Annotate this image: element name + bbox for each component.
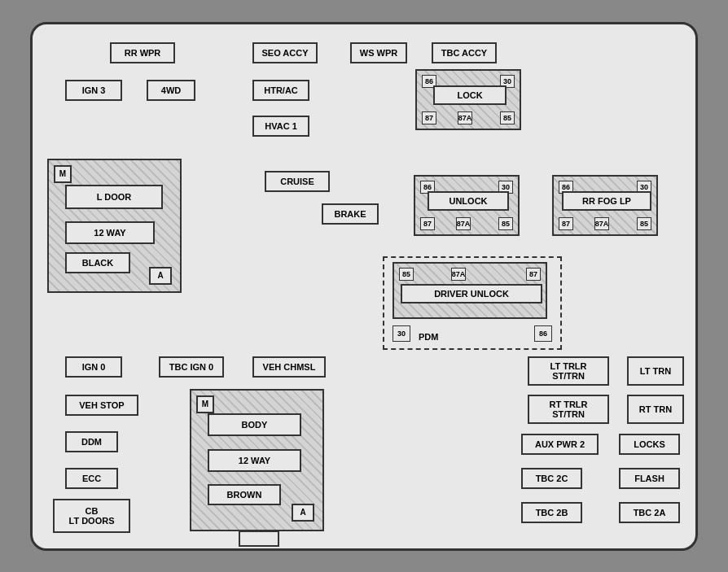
4wd-label: 4WD <box>161 85 181 95</box>
fuse-ecc: ECC <box>65 468 118 489</box>
ddm-label: DDM <box>81 437 102 447</box>
ign0-label: IGN 0 <box>82 362 106 372</box>
fuse-cb-lt-doors: CB LT DOORS <box>53 499 130 533</box>
hvac1-label: HVAC 1 <box>265 121 297 131</box>
ign3-label: IGN 3 <box>82 85 106 95</box>
fuse-htr-ac: HTR/AC <box>252 80 309 101</box>
tbc-2a-label: TBC 2A <box>634 508 666 517</box>
driver-unlock-pin-87: 87 <box>526 268 541 281</box>
cruise-label: CRUISE <box>280 177 314 186</box>
fuse-ign0: IGN 0 <box>65 356 122 378</box>
lt-trn-label: LT TRN <box>640 366 671 376</box>
flash-label: FLASH <box>634 474 664 483</box>
brake-label: BRAKE <box>334 209 366 219</box>
fuse-tbc-2b: TBC 2B <box>521 502 582 523</box>
tbc-2b-label: TBC 2B <box>536 508 568 517</box>
fog-pin-85: 85 <box>637 217 651 230</box>
rt-trlr-st-trn-label: RT TRLR ST/TRN <box>549 400 587 419</box>
fog-pin-87: 87 <box>559 217 573 230</box>
rt-trn-label: RT TRN <box>639 404 672 414</box>
relay-lock-label: LOCK <box>433 85 507 105</box>
tbc-2c-label: TBC 2C <box>536 474 568 483</box>
fuse-veh-chmsl: VEH CHMSL <box>252 356 326 378</box>
fuse-tbc-2c: TBC 2C <box>521 468 582 489</box>
fuse-tbc-ign0: TBC IGN 0 <box>159 356 224 378</box>
fuse-cruise: CRUISE <box>265 171 330 192</box>
body-label: BODY <box>208 413 301 436</box>
pdm-dash-label: PDM <box>419 332 438 342</box>
fuse-ddm: DDM <box>65 431 118 452</box>
lock-pin-87a: 87A <box>458 111 472 124</box>
fuse-lt-trn: LT TRN <box>627 356 684 386</box>
relay-rr-fog-label: RR FOG LP <box>562 191 651 211</box>
relay-unlock-container: 86 30 UNLOCK 87 87A 85 <box>414 175 520 236</box>
connector-a-pin-top: A <box>149 267 172 285</box>
fuse-brake: BRAKE <box>322 203 379 225</box>
12way-bot-label: 12 WAY <box>208 449 301 472</box>
fuse-ws-wpr: WS WPR <box>350 42 407 63</box>
fuse-4wd: 4WD <box>147 80 195 101</box>
unlock-pin-87a: 87A <box>456 217 471 230</box>
relay-rr-fog-container: 86 30 RR FOG LP 87 87A 85 <box>552 175 658 236</box>
12way-top-label: 12 WAY <box>65 221 155 244</box>
driver-unlock-pin-85: 85 <box>399 268 414 281</box>
l-door-label: L DOOR <box>65 185 163 209</box>
black-label: BLACK <box>65 252 130 273</box>
seo-accy-label: SEO ACCY <box>261 48 308 58</box>
veh-chmsl-label: VEH CHMSL <box>263 362 316 372</box>
cb-lt-doors-label: CB LT DOORS <box>68 506 114 526</box>
fog-pin-87a: 87A <box>594 217 609 230</box>
lt-trlr-st-trn-label: LT TRLR ST/TRN <box>550 361 586 381</box>
locks-label: LOCKS <box>634 439 665 449</box>
tbc-ign0-label: TBC IGN 0 <box>169 362 213 372</box>
fuse-rt-trn: RT TRN <box>627 395 684 424</box>
bottom-tab <box>239 531 279 547</box>
ecc-label: ECC <box>82 474 101 483</box>
lock-pin-87: 87 <box>422 111 436 124</box>
connector-l-door: M L DOOR 12 WAY BLACK A <box>47 159 182 293</box>
ws-wpr-label: WS WPR <box>360 48 397 58</box>
fuse-aux-pwr2: AUX PWR 2 <box>521 434 599 455</box>
pdm-pin-30: 30 <box>393 325 410 342</box>
htr-ac-label: HTR/AC <box>264 85 298 95</box>
unlock-pin-85: 85 <box>498 217 513 230</box>
body-connector-m-pin: M <box>196 395 214 413</box>
connector-m-pin: M <box>54 165 72 183</box>
veh-stop-label: VEH STOP <box>79 400 124 410</box>
relay-driver-unlock-container: 85 87A 87 DRIVER UNLOCK <box>393 262 547 319</box>
fuse-hvac1: HVAC 1 <box>252 116 309 137</box>
fuse-rr-wpr: RR WPR <box>110 42 175 63</box>
unlock-pin-87: 87 <box>420 217 435 230</box>
fuse-lt-trlr-st-trn: LT TRLR ST/TRN <box>528 356 609 386</box>
fuse-tbc-accy: TBC ACCY <box>432 42 497 63</box>
aux-pwr2-label: AUX PWR 2 <box>535 439 585 449</box>
relay-unlock-label: UNLOCK <box>428 191 509 211</box>
brown-label: BROWN <box>208 484 281 505</box>
fuse-ign3: IGN 3 <box>65 80 122 101</box>
lock-pin-85: 85 <box>500 111 515 124</box>
fuse-rt-trlr-st-trn: RT TRLR ST/TRN <box>528 395 609 424</box>
pdm-pin-86: 86 <box>534 325 552 342</box>
fuse-seo-accy: SEO ACCY <box>252 42 318 63</box>
fuse-tbc-2a: TBC 2A <box>619 502 680 523</box>
fuse-box-diagram: RR WPR SEO ACCY WS WPR TBC ACCY IGN 3 4W… <box>30 22 698 551</box>
connector-body: M BODY 12 WAY BROWN A <box>190 389 324 531</box>
rr-wpr-label: RR WPR <box>125 48 161 58</box>
fuse-veh-stop: VEH STOP <box>65 395 138 416</box>
tbc-accy-label: TBC ACCY <box>441 48 487 58</box>
body-connector-a-pin: A <box>292 504 314 522</box>
fuse-flash: FLASH <box>619 468 680 489</box>
fuse-locks: LOCKS <box>619 434 680 455</box>
driver-unlock-pin-87a: 87A <box>451 268 466 281</box>
relay-lock-container: 86 30 LOCK 87 87A 85 <box>415 69 521 130</box>
pdm-container: 85 87A 87 DRIVER UNLOCK 30 PDM 86 <box>383 256 562 350</box>
relay-driver-unlock-label: DRIVER UNLOCK <box>401 284 542 303</box>
